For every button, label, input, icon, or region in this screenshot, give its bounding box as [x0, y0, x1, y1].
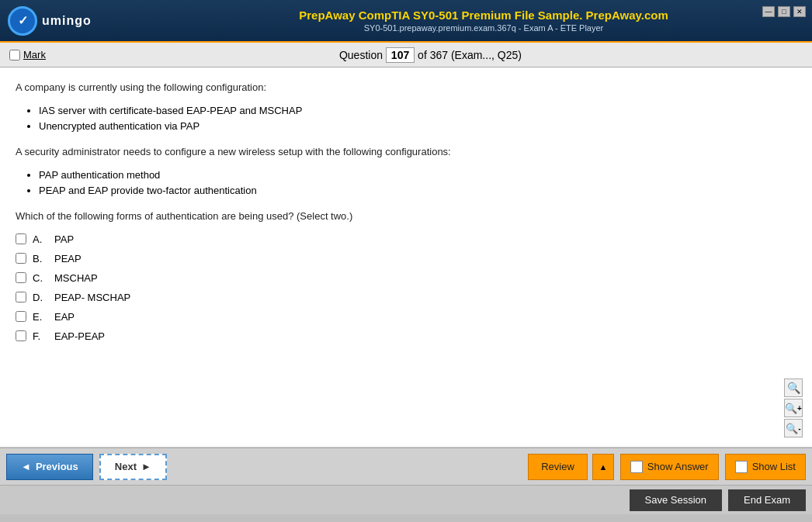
option-row-b: B. PEAP: [16, 253, 796, 264]
zoom-in-button[interactable]: 🔍+: [784, 399, 803, 417]
title-bar: ✓ umingo PrepAway CompTIA SY0-501 Premiu…: [0, 0, 812, 43]
option-text-f: EAP-PEAP: [54, 330, 105, 342]
next-arrow-icon: ►: [141, 461, 151, 472]
logo-checkmark: ✓: [18, 13, 28, 28]
option-checkbox-a[interactable]: [16, 233, 26, 244]
show-list-label: Show List: [752, 461, 796, 472]
config-item-1: IAS server with certificate-based EAP-PE…: [39, 103, 796, 119]
title-center: PrepAway CompTIA SY0-501 Premium File Sa…: [163, 9, 804, 33]
previous-button[interactable]: ◄ Previous: [6, 454, 93, 480]
option-checkbox-b[interactable]: [16, 253, 26, 264]
prev-arrow-icon: ◄: [21, 461, 31, 472]
review-label: Review: [541, 461, 574, 472]
option-row-c: C. MSCHAP: [16, 272, 796, 284]
option-checkbox-e[interactable]: [16, 311, 26, 322]
question-total: of 367 (Exam..., Q25): [418, 49, 522, 61]
option-row-f: F. EAP-PEAP: [16, 330, 796, 342]
option-letter-f: F.: [33, 330, 48, 342]
window-controls[interactable]: — □ ✕: [762, 6, 806, 17]
app-title: PrepAway CompTIA SY0-501 Premium File Sa…: [163, 9, 804, 22]
option-letter-d: D.: [33, 292, 48, 303]
option-text-a: PAP: [54, 233, 74, 245]
option-text-b: PEAP: [54, 253, 82, 264]
maximize-button[interactable]: □: [778, 6, 790, 17]
option-row-e: E. EAP: [16, 311, 796, 323]
question-info: Question 107 of 367 (Exam..., Q25): [58, 47, 803, 63]
option-text-e: EAP: [54, 311, 75, 323]
show-answer-checkbox: [630, 461, 643, 473]
option-text-d: PEAP- MSCHAP: [54, 292, 130, 303]
setup-item-1: PAP authentication method: [39, 168, 796, 184]
logo-text: umingo: [42, 14, 92, 28]
logo-circle: ✓: [8, 6, 37, 36]
previous-label: Previous: [36, 461, 78, 472]
toolbar: Mark Question 107 of 367 (Exam..., Q25): [0, 43, 812, 67]
option-letter-e: E.: [33, 311, 48, 323]
show-list-checkbox: [735, 461, 748, 473]
mark-checkbox[interactable]: [9, 50, 20, 60]
review-button[interactable]: Review: [528, 454, 588, 480]
option-text-c: MSCHAP: [54, 272, 98, 284]
next-label: Next: [115, 461, 137, 472]
option-row-a: A. PAP: [16, 233, 796, 245]
question-setup: A security administrator needs to config…: [16, 144, 796, 160]
dropdown-arrow-icon: ▲: [599, 462, 607, 472]
bottom-nav: ◄ Previous Next ► Review ▲ Show Answer S…: [0, 448, 812, 485]
zoom-controls: 🔍 🔍+ 🔍-: [784, 379, 803, 437]
logo-area: ✓ umingo: [8, 6, 163, 36]
close-button[interactable]: ✕: [793, 6, 806, 17]
search-button[interactable]: 🔍: [784, 379, 803, 397]
mark-label[interactable]: Mark: [23, 49, 46, 60]
option-letter-a: A.: [33, 233, 48, 245]
app-subtitle: SY0-501.prepaway.premium.exam.367q - Exa…: [163, 23, 804, 33]
mark-area[interactable]: Mark: [9, 49, 46, 60]
config-item-2: Unencrypted authentication via PAP: [39, 119, 796, 135]
review-dropdown-button[interactable]: ▲: [592, 454, 614, 480]
show-answer-label: Show Answer: [647, 461, 709, 472]
option-letter-b: B.: [33, 253, 48, 264]
show-list-button[interactable]: Show List: [725, 454, 806, 480]
session-bar: Save Session End Exam: [0, 485, 812, 514]
question-number-box: 107: [386, 47, 415, 63]
end-exam-button[interactable]: End Exam: [728, 489, 806, 511]
config-bullet-list: IAS server with certificate-based EAP-PE…: [39, 103, 796, 136]
option-checkbox-d[interactable]: [16, 292, 26, 302]
question-label: Question: [339, 49, 383, 61]
zoom-out-button[interactable]: 🔍-: [784, 419, 803, 437]
question-prompt: Which of the following forms of authenti…: [16, 209, 796, 224]
option-row-d: D. PEAP- MSCHAP: [16, 292, 796, 303]
option-checkbox-f[interactable]: [16, 330, 26, 341]
option-checkbox-c[interactable]: [16, 272, 26, 283]
question-intro: A company is currently using the followi…: [16, 80, 796, 95]
save-session-button[interactable]: Save Session: [630, 489, 723, 511]
next-button[interactable]: Next ►: [99, 454, 167, 480]
main-content: A company is currently using the followi…: [0, 67, 812, 448]
show-answer-button[interactable]: Show Answer: [620, 454, 719, 480]
setup-bullet-list: PAP authentication method PEAP and EAP p…: [39, 168, 796, 200]
minimize-button[interactable]: —: [762, 6, 775, 17]
answer-options: A. PAP B. PEAP C. MSCHAP D. PEAP- MSCHAP…: [16, 233, 796, 342]
setup-item-2: PEAP and EAP provide two-factor authenti…: [39, 183, 796, 199]
option-letter-c: C.: [33, 272, 48, 284]
